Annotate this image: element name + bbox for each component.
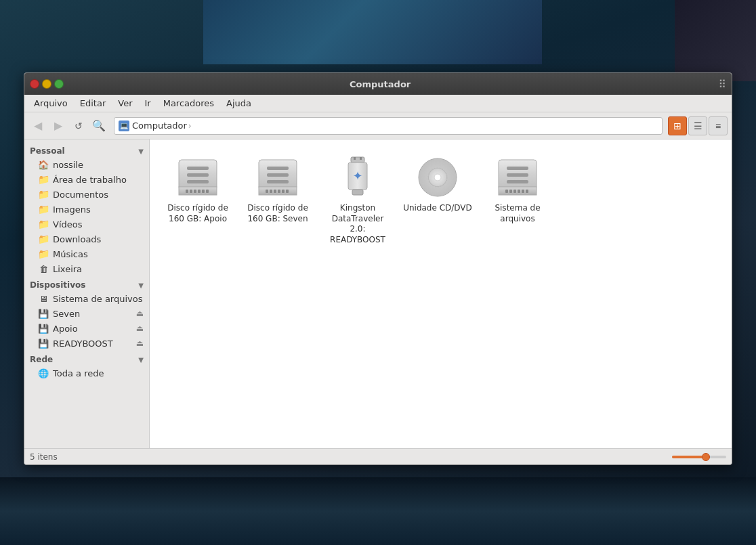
menu-editar[interactable]: Editar (75, 97, 112, 110)
seven-label: Disco rígido de 160 GB: Seven (243, 203, 312, 224)
compact-icon: ≡ (715, 121, 721, 131)
sidebar-item-network[interactable]: 🌐 Toda a rede (24, 366, 149, 380)
slider-thumb[interactable] (702, 453, 710, 461)
grid-icon: ⊞ (673, 121, 681, 131)
videos-folder-icon: 📁 (38, 219, 49, 230)
svg-rect-19 (278, 190, 280, 193)
sidebar-item-images[interactable]: 📁 Imagens (24, 202, 149, 217)
back-button[interactable]: ◀ (28, 116, 47, 135)
view-grid-button[interactable]: ⊞ (668, 116, 687, 135)
music-folder-icon: 📁 (38, 248, 49, 259)
svg-rect-10 (206, 190, 209, 193)
sidebar-label-documents: Documentos (53, 190, 108, 200)
svg-rect-37 (509, 190, 512, 193)
apoio-label: Disco rígido de 160 GB: Apoio (163, 203, 232, 224)
close-button[interactable] (30, 79, 39, 89)
svg-rect-21 (286, 190, 289, 193)
svg-rect-2 (187, 173, 209, 177)
maximize-button[interactable] (54, 79, 64, 89)
sidebar-label-downloads: Downloads (53, 234, 101, 244)
sidebar-label-network: Toda a rede (53, 368, 104, 378)
minimize-button[interactable] (42, 79, 51, 89)
sidebar-item-nossile[interactable]: 🏠 nossile (24, 157, 149, 172)
forward-button[interactable]: ▶ (49, 116, 68, 135)
sidebar-network-header: Rede ▼ (24, 351, 149, 366)
menu-ir[interactable]: Ir (140, 97, 156, 110)
svg-rect-5 (186, 190, 188, 193)
network-collapse-icon[interactable]: ▼ (138, 356, 144, 364)
slider-fill (672, 456, 705, 458)
window-title: Computador (69, 79, 691, 89)
apoio-eject-icon[interactable]: ⏏ (136, 324, 144, 333)
menu-ajuda[interactable]: Ajuda (221, 97, 257, 110)
svg-rect-12 (267, 167, 289, 170)
sidebar-item-documents[interactable]: 📁 Documentos (24, 187, 149, 202)
toolbar: ◀ ▶ ↺ 🔍 💻 Computador › ⊞ ☰ ≡ (24, 112, 732, 139)
sidebar-item-desktop[interactable]: 📁 Área de trabalho (24, 172, 149, 187)
zoom-slider[interactable] (672, 456, 726, 458)
menu-marcadores[interactable]: Marcadores (158, 97, 219, 110)
file-item-usb[interactable]: ✦ Kingston DataTraveler 2.0: READYBOOST (320, 150, 395, 250)
view-compact-button[interactable]: ≡ (709, 116, 728, 135)
menubar: Arquivo Editar Ver Ir Marcadores Ajuda (24, 95, 732, 112)
menu-arquivo[interactable]: Arquivo (28, 97, 73, 110)
svg-rect-3 (187, 180, 209, 183)
documents-folder-icon: 📁 (38, 189, 49, 200)
breadcrumb-text: Computador (132, 121, 187, 131)
seven-eject-icon[interactable]: ⏏ (136, 309, 144, 318)
apoio-hdd-icon (176, 156, 219, 199)
breadcrumb-arrow: › (188, 121, 192, 131)
svg-rect-1 (187, 167, 209, 170)
svg-rect-13 (267, 173, 289, 177)
sidebar-item-trash[interactable]: 🗑 Lixeira (24, 261, 149, 276)
personal-collapse-icon[interactable]: ▼ (138, 148, 144, 155)
sidebar-label-nossile: nossile (53, 160, 83, 170)
reload-button[interactable]: ↺ (69, 116, 88, 135)
sidebar-item-apoio[interactable]: 💾 Apoio ⏏ (24, 321, 149, 336)
sidebar-label-apoio: Apoio (53, 324, 78, 334)
seven-drive-icon: 💾 (38, 308, 49, 319)
desktop-folder-icon: 📁 (38, 174, 49, 185)
readyboost-eject-icon[interactable]: ⏏ (136, 339, 144, 348)
svg-rect-16 (266, 190, 268, 193)
network-icon: 🌐 (38, 368, 49, 378)
statusbar: 5 itens (24, 448, 732, 464)
sysfs-label: Sistema de arquivos (483, 203, 552, 224)
sidebar-item-readyboost[interactable]: 💾 READYBOOST ⏏ (24, 336, 149, 351)
search-button[interactable]: 🔍 (89, 116, 108, 135)
sidebar-item-videos[interactable]: 📁 Vídeos (24, 217, 149, 232)
svg-text:✦: ✦ (352, 169, 362, 183)
sidebar-item-filesystem[interactable]: 🖥 Sistema de arquivos (24, 291, 149, 306)
file-manager-window: Computador ⠿ Arquivo Editar Ver Ir Marca… (24, 72, 732, 465)
sidebar-item-music[interactable]: 📁 Músicas (24, 246, 149, 261)
svg-rect-27 (352, 190, 363, 195)
svg-rect-34 (507, 180, 528, 183)
cd-label: Unidade CD/DVD (403, 203, 472, 214)
file-item-apoio[interactable]: Disco rígido de 160 GB: Apoio (161, 150, 235, 250)
file-item-seven[interactable]: Disco rígido de 160 GB: Seven (240, 150, 315, 250)
sidebar-item-seven[interactable]: 💾 Seven ⏏ (24, 306, 149, 321)
svg-rect-41 (526, 190, 528, 193)
file-item-cd[interactable]: Unidade CD/DVD (400, 150, 475, 250)
apoio-drive-icon: 💾 (38, 323, 49, 334)
svg-rect-17 (270, 190, 272, 193)
sidebar-label-readyboost: READYBOOST (53, 339, 113, 349)
home-icon: 🏠 (38, 159, 49, 170)
network-header-label: Rede (30, 355, 53, 364)
menu-ver[interactable]: Ver (112, 97, 138, 110)
window-grip-icon: ⠿ (718, 78, 726, 91)
view-list-button[interactable]: ☰ (688, 116, 707, 135)
trash-icon: 🗑 (38, 263, 49, 274)
svg-rect-24 (360, 157, 362, 160)
svg-rect-6 (190, 190, 192, 193)
svg-rect-18 (274, 190, 276, 193)
images-folder-icon: 📁 (38, 204, 49, 215)
sidebar-label-trash: Lixeira (53, 264, 82, 274)
sidebar-item-downloads[interactable]: 📁 Downloads (24, 232, 149, 246)
svg-rect-23 (354, 157, 356, 160)
file-item-sysfs[interactable]: Sistema de arquivos (480, 150, 555, 250)
svg-rect-8 (198, 190, 201, 193)
devices-collapse-icon[interactable]: ▼ (138, 282, 144, 289)
titlebar: Computador ⠿ (24, 73, 732, 95)
svg-rect-33 (507, 173, 528, 177)
